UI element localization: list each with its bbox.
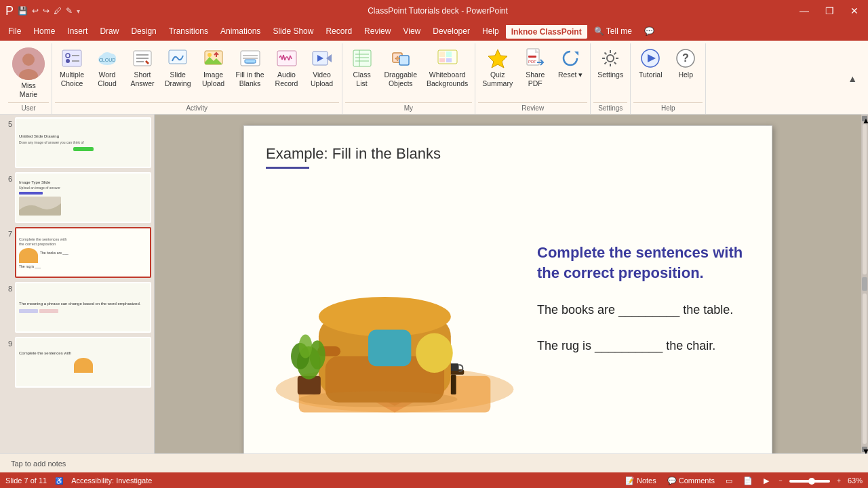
menu-slideshow[interactable]: Slide Show (267, 24, 319, 38)
menu-record[interactable]: Record (320, 24, 357, 38)
word-cloud-btn[interactable]: CLOUD WordCloud (90, 45, 124, 90)
image-upload-btn[interactable]: ImageUpload (197, 45, 231, 90)
quiz-summary-btn[interactable]: QuizSummary (478, 45, 517, 90)
ribbon-group-label-help: Help (633, 102, 703, 114)
accessibility-icon[interactable]: ♿ (55, 477, 63, 485)
quick-extra[interactable]: ✎ (66, 6, 73, 16)
minimize-button[interactable]: — (795, 4, 813, 18)
quick-redo[interactable]: ↪ (43, 6, 50, 16)
menu-animations[interactable]: Animations (215, 24, 266, 38)
user-avatar-btn[interactable]: MissMarie (8, 45, 49, 101)
menu-design[interactable]: Design (125, 24, 161, 38)
status-bar: Slide 7 of 11 ♿ Accessibility: Investiga… (0, 472, 868, 488)
tutorial-icon (639, 47, 661, 69)
slide-num-8: 8 (3, 282, 12, 293)
quick-save[interactable]: 💾 (18, 6, 28, 16)
quick-undo[interactable]: ↩ (32, 6, 39, 16)
audio-record-btn[interactable]: AudioRecord (270, 45, 304, 90)
comments-btn[interactable]: 💬 Comments (665, 476, 717, 486)
video-upload-btn[interactable]: VideoUpload (305, 45, 339, 90)
menu-search[interactable]: 🔍 Tell me (589, 24, 637, 38)
slide-thumbnail-9[interactable]: 9 Complete the sentences with (3, 337, 151, 388)
audio-record-icon (276, 47, 298, 69)
accessibility-label[interactable]: Accessibility: Investigate (71, 476, 152, 485)
whiteboard-bg-label: WhiteboardBackgrounds (427, 70, 468, 87)
svg-line-65 (605, 62, 607, 64)
zoom-slider[interactable] (789, 480, 830, 483)
ribbon-group-label-settings: Settings (593, 102, 627, 114)
slide-title-underline (266, 167, 309, 169)
slide-thumbnail-8[interactable]: 8 The meaning a phrase can change based … (3, 282, 151, 333)
multiple-choice-btn[interactable]: MultipleChoice (55, 45, 89, 90)
menu-inknoe[interactable]: Inknoe ClassPoint (506, 24, 587, 39)
whiteboard-bg-icon (437, 47, 458, 69)
menu-review[interactable]: Review (359, 24, 396, 38)
menu-transitions[interactable]: Transitions (163, 24, 214, 38)
slide-right-content: Complete the sentences withthe correct p… (537, 180, 750, 418)
tutorial-btn[interactable]: Tutorial (633, 45, 667, 82)
short-answer-btn[interactable]: ShortAnswer (125, 45, 159, 90)
draggable-objects-btn[interactable]: ✥ DraggableObjects (380, 45, 421, 90)
zoom-out-btn[interactable]: － (777, 476, 784, 485)
menu-file[interactable]: File (3, 24, 26, 38)
share-pdf-icon: PDF (524, 47, 546, 69)
right-scrollbar[interactable]: ▲ ▼ (861, 115, 868, 453)
menu-insert[interactable]: Insert (62, 24, 93, 38)
image-upload-icon (203, 47, 224, 69)
ribbon-group-user: MissMarie User (5, 43, 52, 114)
menu-draw[interactable]: Draw (94, 24, 124, 38)
window-title: ClassPoint Tutorials deck - PowerPoint (80, 6, 795, 16)
quick-format[interactable]: 🖊 (54, 6, 62, 16)
user-name-label: MissMarie (20, 81, 37, 98)
slide-thumbnail-5[interactable]: 5 Untitled Slide Drawing Draw any image … (3, 117, 151, 168)
svg-text:✥: ✥ (395, 55, 400, 62)
quick-dropdown[interactable]: ▾ (77, 7, 80, 15)
slide-num-6: 6 (3, 172, 12, 183)
svg-rect-3 (62, 50, 81, 66)
ribbon-group-my: ClassList ✥ DraggableObjects (342, 43, 476, 114)
ribbon-collapse-btn[interactable]: ▲ (848, 43, 863, 114)
slide-illustration (266, 180, 524, 418)
menu-help[interactable]: Help (477, 24, 505, 38)
svg-point-19 (208, 53, 212, 57)
settings-icon (599, 47, 621, 69)
svg-rect-50 (446, 58, 452, 62)
quiz-summary-icon (487, 47, 509, 69)
view-normal-btn[interactable]: ▭ (723, 476, 735, 486)
notes-btn[interactable]: 📝 Notes (623, 476, 659, 486)
settings-label: Settings (597, 70, 623, 79)
slide-drawing-btn[interactable]: SlideDrawing (161, 45, 195, 90)
ribbon-group-help: Tutorial ? Help Help (631, 43, 706, 114)
help-icon: ? (675, 47, 696, 69)
title-bar-left: P 💾 ↩ ↪ 🖊 ✎ ▾ (5, 4, 80, 18)
menu-view[interactable]: View (397, 24, 426, 38)
svg-line-63 (614, 62, 616, 64)
share-pdf-btn[interactable]: PDF SharePDF (518, 45, 552, 90)
svg-rect-87 (368, 330, 411, 367)
view-reading-btn[interactable]: 📄 (741, 476, 755, 486)
slide-thumbnail-6[interactable]: 6 Image Type Slide Upload an image of an… (3, 172, 151, 223)
slide-drawing-icon (167, 47, 189, 69)
close-button[interactable]: ✕ (846, 4, 863, 18)
slide-img-7: Complete the sentences with the correct … (15, 227, 151, 278)
svg-line-64 (614, 53, 616, 55)
menu-home[interactable]: Home (28, 24, 60, 38)
menu-developer[interactable]: Developer (427, 24, 475, 38)
notes-bar[interactable]: Tap to add notes (0, 453, 868, 472)
svg-point-5 (66, 59, 70, 63)
fill-blanks-btn[interactable]: ____ Fill in theBlanks (232, 45, 269, 90)
avatar (12, 47, 45, 80)
help-btn[interactable]: ? Help (669, 45, 703, 82)
slide-img-6: Image Type Slide Upload an image of answ… (15, 172, 151, 223)
svg-rect-17 (169, 50, 186, 64)
svg-point-94 (299, 391, 458, 407)
class-list-btn[interactable]: ClassList (345, 45, 379, 90)
restore-button[interactable]: ❐ (821, 4, 838, 18)
slide-thumbnail-7[interactable]: 7 Complete the sentences with the correc… (3, 227, 151, 278)
zoom-in-btn[interactable]: ＋ (835, 476, 842, 485)
settings-btn[interactable]: Settings (593, 45, 627, 82)
menu-comment[interactable]: 💬 (639, 24, 660, 38)
reset-btn[interactable]: Reset ▾ (553, 45, 587, 82)
whiteboard-bg-btn[interactable]: WhiteboardBackgrounds (422, 45, 472, 90)
view-slideshow-btn[interactable]: ▶ (761, 476, 772, 486)
